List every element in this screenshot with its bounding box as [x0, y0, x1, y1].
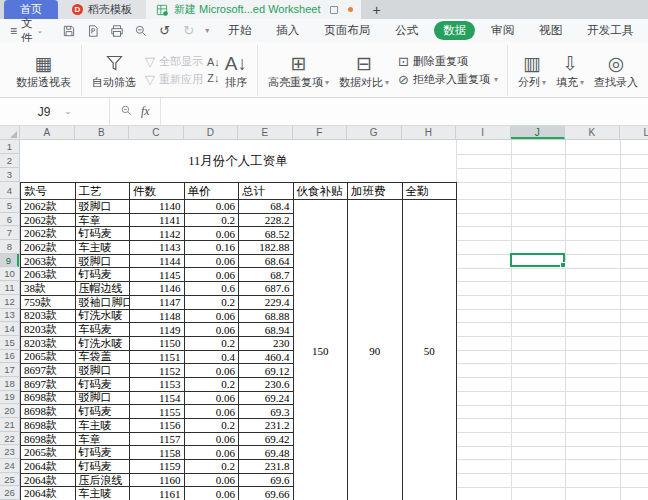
table-cell[interactable]: 182.88	[239, 241, 294, 255]
table-cell[interactable]: 230.6	[239, 378, 294, 392]
table-cell[interactable]: 68.52	[239, 227, 294, 241]
table-cell[interactable]: 69.66	[239, 487, 294, 500]
table-cell[interactable]: 1155	[130, 405, 185, 419]
table-cell[interactable]: 0.06	[185, 268, 240, 282]
column-header-D[interactable]: D	[184, 126, 239, 139]
name-box-dropdown-icon[interactable]: ⌄	[64, 107, 71, 116]
table-cell[interactable]: 0.2	[185, 214, 240, 228]
table-cell[interactable]: 1153	[130, 378, 185, 392]
table-cell[interactable]: 1148	[130, 310, 185, 324]
cell-grid[interactable]: 11月份个人工资单 款号工艺件数单价总计伙食补贴加班费全勤2062款驳脚口114…	[20, 140, 648, 500]
table-cell[interactable]: 1151	[130, 351, 185, 365]
table-cell[interactable]: 0.16	[185, 241, 240, 255]
table-cell[interactable]: 2065款	[21, 446, 76, 460]
menu-tab-7[interactable]: 开发工具	[578, 21, 642, 40]
remove-duplicates-button[interactable]: ⊡删除重复项	[394, 54, 502, 69]
menu-tab-4[interactable]: 数据	[434, 21, 475, 40]
search-icon[interactable]	[120, 103, 133, 121]
table-cell[interactable]: 2065款	[21, 351, 76, 365]
table-cell[interactable]: 0.06	[185, 433, 240, 447]
row-header-15[interactable]: 15	[0, 336, 19, 350]
table-cell[interactable]: 驳脚口	[76, 255, 131, 269]
table-cell[interactable]: 驳脚口	[76, 392, 131, 406]
table-cell[interactable]: 2063款	[21, 255, 76, 269]
table-cell[interactable]: 0.2	[185, 337, 240, 351]
row-header-10[interactable]: 10	[0, 267, 19, 281]
table-cell[interactable]: 2063款	[21, 268, 76, 282]
highlight-duplicates-button[interactable]: ⊞高亮重复项▾	[263, 45, 334, 96]
table-cell[interactable]: 1159	[130, 460, 185, 474]
table-cell[interactable]: 1145	[130, 268, 185, 282]
table-header-cell[interactable]: 全勤	[403, 183, 458, 200]
column-header-H[interactable]: H	[402, 126, 457, 139]
filter-show-all-button[interactable]: ▽全部显示	[141, 54, 207, 69]
table-cell[interactable]: 2062款	[21, 200, 76, 214]
table-cell[interactable]: 驳脚口	[76, 364, 131, 378]
table-cell[interactable]: 38款	[21, 282, 76, 296]
file-menu-button[interactable]: ≡ 文件 ⌄	[0, 16, 51, 46]
data-compare-button[interactable]: ⊟数据对比▾	[334, 45, 394, 96]
docer-template-tab[interactable]: D 稻壳模板	[58, 0, 146, 19]
table-cell[interactable]: 68.4	[239, 200, 294, 214]
table-cell[interactable]: 钉洗水唛	[76, 310, 131, 324]
column-header-F[interactable]: F	[293, 126, 348, 139]
table-cell[interactable]: 0.06	[185, 227, 240, 241]
table-header-cell[interactable]: 件数	[130, 183, 185, 200]
table-cell[interactable]: 69.24	[239, 392, 294, 406]
table-cell[interactable]: 0.06	[185, 200, 240, 214]
row-header-3[interactable]: 3	[0, 168, 19, 182]
table-cell[interactable]: 2062款	[21, 227, 76, 241]
column-header-K[interactable]: K	[565, 126, 620, 139]
column-header-J[interactable]: J	[511, 126, 566, 139]
table-cell[interactable]: 车主唛	[76, 487, 131, 500]
table-cell[interactable]: 1147	[130, 296, 185, 310]
table-header-cell[interactable]: 单价	[185, 183, 240, 200]
row-header-6[interactable]: 6	[0, 213, 19, 227]
row-header-4[interactable]: 4	[0, 182, 19, 199]
table-cell[interactable]: 1149	[130, 323, 185, 337]
insert-function-button[interactable]: fx	[141, 104, 150, 119]
table-cell[interactable]: 0.06	[185, 392, 240, 406]
table-cell[interactable]: 驳袖口脚口	[76, 296, 131, 310]
row-header-12[interactable]: 12	[0, 295, 19, 309]
table-cell[interactable]: 1161	[130, 487, 185, 500]
table-cell[interactable]: 68.88	[239, 310, 294, 324]
menu-tab-0[interactable]: 开始	[219, 21, 260, 40]
table-cell[interactable]: 231.8	[239, 460, 294, 474]
validation-button[interactable]: ☑有效性▾	[643, 45, 648, 96]
customize-toolbar-icon[interactable]: ▾	[205, 26, 209, 35]
table-cell[interactable]: 钉码麦	[76, 460, 131, 474]
row-header-14[interactable]: 14	[0, 322, 19, 336]
select-all-corner[interactable]	[0, 126, 20, 139]
sheet-title-cell[interactable]: 11月份个人工资单	[20, 140, 456, 182]
table-cell[interactable]: 1143	[130, 241, 185, 255]
column-header-A[interactable]: A	[20, 126, 75, 139]
table-cell[interactable]: 车袋盖	[76, 351, 131, 365]
table-cell[interactable]: 2064款	[21, 474, 76, 488]
table-cell[interactable]: 8697款	[21, 378, 76, 392]
table-cell[interactable]: 1156	[130, 419, 185, 433]
table-cell[interactable]: 2062款	[21, 241, 76, 255]
table-cell[interactable]: 1142	[130, 227, 185, 241]
filter-button[interactable]: 自动筛选	[87, 45, 141, 96]
table-cell[interactable]: 车码麦	[76, 323, 131, 337]
table-cell[interactable]: 0.2	[185, 460, 240, 474]
table-cell[interactable]: 0.06	[185, 323, 240, 337]
lookup-entry-button[interactable]: ◎查找录入	[589, 45, 643, 96]
table-cell[interactable]: 68.7	[239, 268, 294, 282]
table-cell[interactable]: 0.06	[185, 446, 240, 460]
table-cell[interactable]: 钉码麦	[76, 405, 131, 419]
table-cell[interactable]: 压后浪线	[76, 474, 131, 488]
table-header-cell[interactable]: 工艺	[76, 183, 131, 200]
table-cell[interactable]: 车章	[76, 214, 131, 228]
menu-tab-6[interactable]: 视图	[530, 21, 571, 40]
row-header-17[interactable]: 17	[0, 363, 19, 377]
table-cell[interactable]: 车主唛	[76, 241, 131, 255]
table-cell[interactable]: 1157	[130, 433, 185, 447]
table-cell[interactable]: 687.6	[239, 282, 294, 296]
table-cell[interactable]: 钉洗水唛	[76, 337, 131, 351]
table-cell[interactable]: 车章	[76, 433, 131, 447]
row-header-11[interactable]: 11	[0, 281, 19, 295]
menu-tab-1[interactable]: 插入	[267, 21, 308, 40]
table-cell[interactable]: 8203款	[21, 310, 76, 324]
